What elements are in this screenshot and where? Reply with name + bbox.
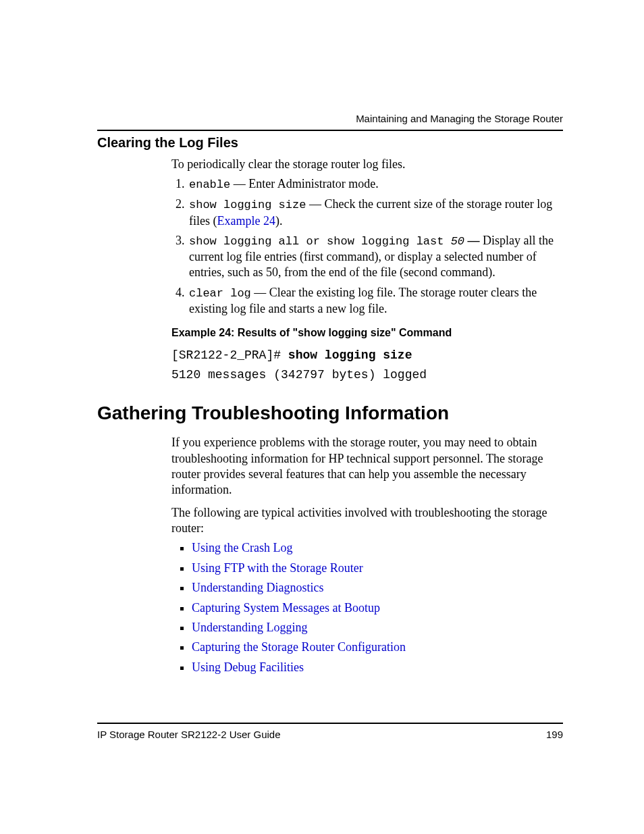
step-1: enable — Enter Administrator mode.	[188, 176, 563, 192]
link-capturing-config[interactable]: Capturing the Storage Router Configurati…	[192, 640, 406, 654]
step2-command: show logging size	[189, 199, 306, 211]
step2-end: ).	[275, 214, 283, 228]
steps-list: enable — Enter Administrator mode. show …	[171, 176, 563, 317]
list-item: Using the Crash Log	[192, 540, 563, 556]
list-item: Understanding Logging	[192, 620, 563, 635]
section1-body: To periodically clear the storage router…	[171, 157, 563, 385]
list-item: Using Debug Facilities	[192, 660, 563, 675]
example-24-title: Example 24: Results of "show logging siz…	[171, 326, 563, 340]
step2-link-example-24[interactable]: Example 24	[217, 214, 275, 228]
document-page: Maintaining and Managing the Storage Rou…	[0, 0, 644, 834]
footer-page-number: 199	[546, 728, 563, 741]
link-understanding-logging[interactable]: Understanding Logging	[192, 621, 307, 634]
troubleshoot-link-list: Using the Crash Log Using FTP with the S…	[171, 540, 563, 675]
example-prompt: [SR2122-2_PRA]#	[171, 348, 288, 362]
example-line-1: [SR2122-2_PRA]# show logging size	[171, 346, 563, 365]
step1-command: enable	[189, 178, 230, 191]
footer-guide-title: IP Storage Router SR2122-2 User Guide	[97, 728, 281, 741]
list-item: Capturing the Storage Router Configurati…	[192, 640, 563, 655]
example-command: show logging size	[288, 348, 412, 362]
link-capturing-system-messages[interactable]: Capturing System Messages at Bootup	[192, 601, 380, 615]
section1-intro: To periodically clear the storage router…	[171, 157, 563, 172]
example-24-code: [SR2122-2_PRA]# show logging size 5120 m…	[171, 346, 563, 385]
step3-bold-dash: —	[464, 234, 483, 247]
page-header-chapter: Maintaining and Managing the Storage Rou…	[356, 112, 563, 126]
step3-command: show logging all or show logging last	[189, 235, 444, 248]
link-using-crash-log[interactable]: Using the Crash Log	[192, 541, 292, 554]
link-using-debug[interactable]: Using Debug Facilities	[192, 660, 304, 674]
step4-command: clear log	[189, 287, 251, 300]
step1-rest: — Enter Administrator mode.	[230, 177, 378, 190]
link-understanding-diagnostics[interactable]: Understanding Diagnostics	[192, 581, 323, 594]
section2-para2: The following are typical activities inv…	[171, 505, 563, 537]
example-line-2: 5120 messages (342797 bytes) logged	[171, 365, 563, 385]
step-2: show logging size — Check the current si…	[188, 197, 563, 228]
footer-rule	[97, 723, 563, 724]
header-rule	[97, 130, 563, 131]
link-using-ftp[interactable]: Using FTP with the Storage Router	[192, 561, 363, 575]
list-item: Understanding Diagnostics	[192, 580, 563, 596]
step-3: show logging all or show logging last 50…	[188, 233, 563, 281]
section2-body: If you experience problems with the stor…	[171, 435, 563, 675]
section-heading-clearing-log-files: Clearing the Log Files	[97, 134, 563, 151]
section-heading-gathering-troubleshooting: Gathering Troubleshooting Information	[97, 401, 563, 425]
step-4: clear log — Clear the existing log file.…	[188, 285, 563, 317]
section2-para1: If you experience problems with the stor…	[171, 435, 563, 498]
step3-arg: 50	[444, 235, 464, 248]
list-item: Capturing System Messages at Bootup	[192, 600, 563, 616]
list-item: Using FTP with the Storage Router	[192, 561, 563, 576]
page-footer: IP Storage Router SR2122-2 User Guide 19…	[97, 723, 563, 741]
